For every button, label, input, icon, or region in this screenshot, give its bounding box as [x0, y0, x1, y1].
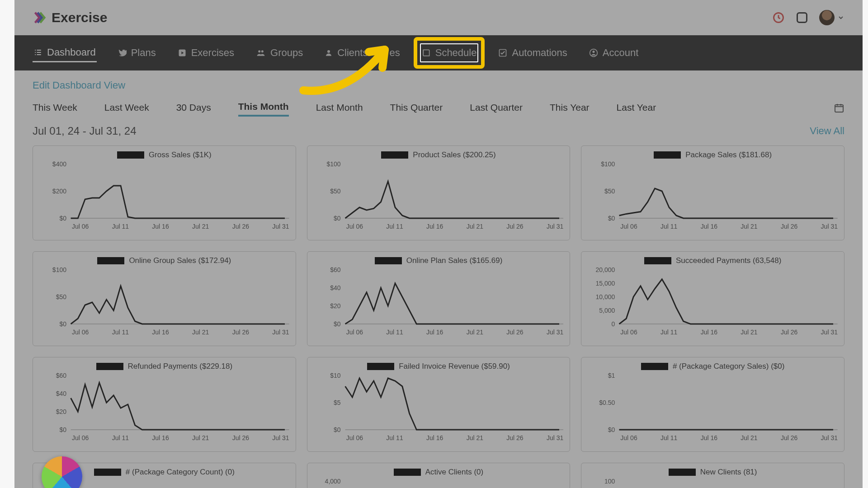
svg-point-4: [327, 50, 330, 53]
range-tab-last-month[interactable]: Last Month: [316, 102, 363, 116]
nav-account[interactable]: Account: [588, 44, 640, 61]
range-tab-last-quarter[interactable]: Last Quarter: [470, 102, 523, 116]
date-range: Jul 01, 24 - Jul 31, 24: [33, 125, 136, 137]
svg-point-7: [592, 51, 594, 53]
series-swatch: [381, 151, 408, 159]
brand-name: Exercise: [52, 10, 107, 25]
series-swatch: [96, 363, 123, 370]
app-window: Exercise DashboardPlansExercisesGroupsCl…: [14, 0, 863, 488]
range-tab-this-month[interactable]: This Month: [238, 101, 289, 117]
range-tab-last-year[interactable]: Last Year: [617, 102, 656, 116]
chart-title: Package Sales ($181.68): [685, 150, 772, 160]
chart-card: Gross Sales ($1K)$400$200$0Jul 06Jul 11J…: [33, 145, 296, 240]
series-swatch: [641, 363, 668, 370]
series-swatch: [117, 151, 144, 159]
brand: Exercise: [33, 10, 107, 25]
series-swatch: [654, 151, 681, 159]
chart-card: Succeeded Payments (63,548)20,00015,0001…: [581, 251, 844, 346]
nav-schedule[interactable]: Schedule: [421, 44, 478, 61]
nav-plans[interactable]: Plans: [117, 44, 157, 61]
range-tab-this-week[interactable]: This Week: [33, 102, 77, 116]
chart-card: New Clients (81)100: [581, 463, 844, 488]
chart-area: 100: [588, 479, 838, 488]
series-swatch: [94, 469, 121, 476]
chart-title: Refunded Payments ($229.18): [128, 362, 233, 371]
chart-area: $10$5$0Jul 06Jul 11Jul 16Jul 21Jul 26Jul…: [314, 373, 564, 441]
chart-title: Online Plan Sales ($165.69): [406, 256, 503, 265]
chart-card: Failed Invoice Revenue ($59.90)$10$5$0Ju…: [307, 357, 571, 452]
chart-title: New Clients (81): [700, 468, 757, 477]
topbar-right: [772, 10, 844, 25]
user-menu[interactable]: [819, 10, 844, 25]
range-tab-this-quarter[interactable]: This Quarter: [390, 102, 443, 116]
chart-area: $60$40$20$0Jul 06Jul 11Jul 16Jul 21Jul 2…: [314, 267, 564, 335]
nav-exercises[interactable]: Exercises: [177, 44, 235, 61]
chart-area: $60$40$20$0Jul 06Jul 11Jul 16Jul 21Jul 2…: [39, 373, 289, 441]
chart-area: $400$200$0Jul 06Jul 11Jul 16Jul 21Jul 26…: [39, 161, 289, 229]
nav-automations[interactable]: Automations: [497, 44, 568, 61]
nav-es[interactable]: es: [388, 44, 401, 61]
chart-area: 20,00015,00010,0005,0000Jul 06Jul 11Jul …: [588, 267, 838, 335]
chart-title: Online Group Sales ($172.94): [129, 256, 231, 265]
series-swatch: [375, 257, 402, 264]
calendar-icon[interactable]: [834, 103, 844, 116]
nav-groups[interactable]: Groups: [255, 44, 304, 61]
chart-card: Product Sales ($200.25)$100$50$0Jul 06Ju…: [307, 145, 571, 240]
chart-area: $1$0.50$0Jul 06Jul 11Jul 16Jul 21Jul 26J…: [588, 373, 838, 441]
range-tab-last-week[interactable]: Last Week: [104, 102, 149, 116]
series-swatch: [644, 257, 671, 264]
chart-area: $100$50$0Jul 06Jul 11Jul 16Jul 21Jul 26J…: [314, 161, 564, 229]
chart-card: Online Group Sales ($172.94)$100$50$0Jul…: [33, 251, 296, 346]
chart-area: $100$50$0Jul 06Jul 11Jul 16Jul 21Jul 26J…: [39, 267, 289, 335]
topbar: Exercise: [14, 0, 863, 35]
nav-clients[interactable]: Clients: [324, 44, 368, 61]
chart-title: # (Package Category Sales) ($0): [673, 362, 785, 371]
chart-title: Product Sales ($200.25): [413, 150, 495, 160]
chart-card: Online Plan Sales ($165.69)$60$40$20$0Ju…: [307, 251, 571, 346]
series-swatch: [97, 257, 124, 264]
chart-card: Refunded Payments ($229.18)$60$40$20$0Ju…: [33, 357, 296, 452]
svg-rect-8: [835, 105, 843, 112]
main-nav: DashboardPlansExercisesGroupsClientsesSc…: [14, 35, 863, 70]
range-tab-30-days[interactable]: 30 Days: [176, 102, 211, 116]
content: Edit Dashboard View This WeekLast Week30…: [14, 70, 863, 488]
chart-title: Active Clients (0): [425, 468, 483, 477]
nav-dashboard[interactable]: Dashboard: [33, 44, 97, 62]
view-all-link[interactable]: View All: [810, 125, 844, 137]
svg-point-2: [258, 50, 260, 52]
chart-card: # (Package Category Sales) ($0)$1$0.50$0…: [581, 357, 844, 452]
chart-title: # (Package Category Count) (0): [126, 468, 235, 477]
svg-point-3: [261, 50, 264, 52]
chart-card: Package Sales ($181.68)$100$50$0Jul 06Ju…: [581, 145, 844, 240]
chart-grid: Gross Sales ($1K)$400$200$0Jul 06Jul 11J…: [33, 145, 844, 488]
series-swatch: [394, 469, 421, 476]
chart-area: 4,000: [314, 479, 564, 488]
chart-card: Active Clients (0)4,000: [307, 463, 571, 488]
checkbox-icon[interactable]: [797, 12, 807, 23]
avatar: [819, 10, 835, 25]
edit-dashboard-link[interactable]: Edit Dashboard View: [33, 80, 125, 91]
series-swatch: [669, 469, 696, 476]
chart-title: Succeeded Payments (63,548): [676, 256, 781, 265]
chart-title: Failed Invoice Revenue ($59.90): [399, 362, 510, 371]
range-tab-this-year[interactable]: This Year: [550, 102, 590, 116]
range-tabs: This WeekLast Week30 DaysThis MonthLast …: [33, 101, 844, 117]
series-swatch: [367, 363, 394, 370]
chart-area: $100$50$0Jul 06Jul 11Jul 16Jul 21Jul 26J…: [588, 161, 838, 229]
chevron-down-icon: [837, 14, 844, 21]
brand-logo-icon: [33, 11, 46, 24]
chart-title: Gross Sales ($1K): [149, 150, 212, 160]
clock-icon[interactable]: [772, 11, 785, 24]
date-row: Jul 01, 24 - Jul 31, 24 View All: [33, 125, 844, 137]
